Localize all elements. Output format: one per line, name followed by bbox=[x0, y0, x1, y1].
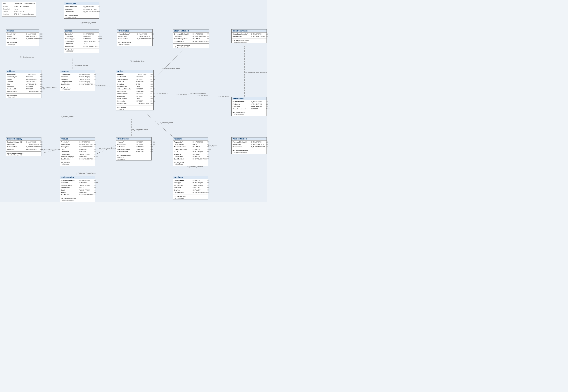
field-city: City VARCHAR(40) NN bbox=[6, 83, 41, 85]
field-row: OrderId* INTEGER FK NN bbox=[116, 141, 151, 143]
svg-line-22 bbox=[93, 145, 116, 155]
pk-section: PK_Contact - ContactId bbox=[64, 49, 99, 53]
pk-section: PK_SalesPerson - SalesPersonId bbox=[232, 112, 267, 116]
field-row: PaymentId INTEGER FK NN bbox=[116, 100, 153, 102]
field-row: DateModified D_DATEMODIFIED NN bbox=[60, 158, 95, 160]
entity-shipmentmethod-header: ShipmentMethod bbox=[173, 29, 209, 32]
entity-country: Country CountryId* D_MASTERID NN Name VA… bbox=[6, 29, 39, 46]
field-row: CountryId* D_MASTERID NN bbox=[6, 33, 39, 35]
entity-shipmentmethod: ShipmentMethod ShipmentMethodId* D_MASTE… bbox=[173, 29, 209, 48]
pk-section: PK_OrderStatus - OrderStatusId bbox=[117, 42, 152, 46]
field-row: DateDue DATE NN bbox=[116, 83, 153, 85]
entity-orderproduct-header: OrderProduct bbox=[116, 138, 151, 140]
field-row: Description D_DESCRIPTION bbox=[117, 35, 152, 38]
field-row: SalesDepartmentId* D_MASTERID NN bbox=[232, 33, 267, 35]
author-value: Polderij ICT, Holland bbox=[14, 5, 29, 8]
field-row: PaymentId* D_MASTERID NN bbox=[173, 141, 208, 143]
copyright-label: Copyright bbox=[3, 8, 13, 11]
entity-payment-header: Payment bbox=[173, 138, 208, 140]
pk-section: PK_ProductReview - ProductReviewId bbox=[60, 198, 95, 202]
field-row: SalesDiscount NUMERIC NN bbox=[116, 151, 151, 153]
field-row: TotalDue NUMERIC NN bbox=[116, 81, 153, 83]
field-row: ProductCategoryId INTEGER FK NN bbox=[60, 155, 95, 158]
entity-contacttype: ContactType ContactTypeId* D_MASTERID NN… bbox=[64, 2, 99, 19]
field-row: ShipmentMethodId* D_MASTERID NN bbox=[173, 33, 209, 35]
svg-text:FK_SalesDepartment_SalesPerson: FK_SalesDepartment_SalesPerson bbox=[245, 71, 267, 73]
field-row: ExpMonth SMALLINT NN bbox=[173, 153, 208, 155]
field-row: Description D_DESCRIPTION bbox=[64, 8, 99, 11]
entity-customer-body: CustomerId* D_MASTERID NN Firstname VARC… bbox=[60, 73, 95, 86]
field-row: ExpYear SMALLINT NN bbox=[173, 189, 208, 191]
entity-creditcard-header: CreditCard bbox=[173, 176, 208, 179]
entity-product-body: ProductId* D_MASTERID NN ProductCode D_D… bbox=[60, 140, 95, 161]
entity-address-body: AddressId* D_MASTERID NN AddressType INT… bbox=[6, 73, 41, 93]
field-row: Description D_DESCRIPTION NN bbox=[6, 143, 41, 146]
entity-creditcard: CreditCard CreditCardId* INTEGER NN Card… bbox=[173, 176, 208, 199]
entity-orders-header: Orders bbox=[116, 70, 153, 73]
field-row: ContactId* D_MASTERID NN bbox=[64, 33, 99, 35]
entity-orderstatus-body: OrderStatusId* D_MASTERID NN Description… bbox=[117, 32, 152, 41]
entity-salesperson: SalesPerson SalesPersonId* D_MASTERID NN… bbox=[231, 97, 267, 116]
entity-contact-body: ContactId* D_MASTERID NN CustomerId INTE… bbox=[64, 32, 99, 48]
title-value: Happy Fish - Example Model bbox=[14, 3, 35, 5]
field-row: DateModified D_DATEMODIFIED NN bbox=[173, 40, 209, 42]
svg-text:FK_Product_ProductReview: FK_Product_ProductReview bbox=[78, 172, 96, 174]
entity-paymentmethod-header: PaymentMethod bbox=[232, 138, 267, 140]
field-row: OrderStatusId* D_MASTERID NN bbox=[117, 33, 152, 35]
svg-line-24 bbox=[40, 149, 60, 154]
field-row: PhotoImage VARCHAR(40) NN bbox=[60, 153, 95, 155]
entity-productreview-body: ProductReviewId* D_MASTERID NN ProductId… bbox=[60, 179, 95, 196]
pk-section: PK_CreditCard - CreditCardId bbox=[173, 195, 208, 199]
field-row: DateModified D_DATEMODIFIED NN bbox=[232, 146, 267, 148]
field-row: Name VARCHAR(40) NN bbox=[6, 35, 39, 38]
field-row: ContactTypeId INTEGER FK NN bbox=[64, 38, 99, 40]
info-box: Title Happy Fish - Example Model Author … bbox=[2, 2, 36, 16]
field-row: CreditCardId* INTEGER NN bbox=[173, 179, 208, 182]
field-row: ProductCode D_DESCRIPTION NN bbox=[60, 143, 95, 146]
field-row: Column1 VARCHAR(40) NN bbox=[6, 148, 41, 151]
field-row: DateModified D_DATEMODIFIED NN bbox=[6, 38, 39, 40]
field-row: DateModified D_DATEMODIFIED NN bbox=[60, 83, 95, 85]
diagram-canvas: FK_ContactType_Contact FK_Country_Addres… bbox=[0, 0, 267, 202]
entity-shipmentmethod-body: ShipmentMethodId* D_MASTERID NN Descript… bbox=[173, 32, 209, 43]
field-row: Lastname VARCHAR(25) NN bbox=[60, 78, 95, 81]
field-row: DateModified D_DATEMODIFIED NN bbox=[173, 158, 208, 160]
svg-text:FK_OrderStatus_Order: FK_OrderStatus_Order bbox=[130, 60, 145, 62]
svg-text:FK_Payment_Orders: FK_Payment_Orders bbox=[160, 122, 173, 124]
field-row: CardNumber VARCHAR(25) NN bbox=[173, 184, 208, 186]
field-row: CustomerId INTEGER FK NN bbox=[116, 76, 153, 78]
field-row: SalesPrice NUMERIC NN bbox=[116, 146, 151, 148]
modified-value: 27-3-2007 Version: Concept bbox=[14, 13, 34, 15]
entity-orderstatus-header: OrderStatus bbox=[117, 29, 152, 32]
field-row: PaymentMethodId* D_MASTERID NN bbox=[232, 141, 267, 143]
field-row: CardType VARCHAR(50) NN bbox=[173, 182, 208, 184]
field-row: CompanyName VARCHAR(40) bbox=[60, 81, 95, 83]
field-row: DateModified D_DATEMODIFIED NN bbox=[6, 146, 41, 148]
entity-productcategory: ProductCategory ProductCategoryId* D_MAS… bbox=[6, 137, 41, 156]
entity-product-header: Product bbox=[60, 138, 95, 140]
svg-text:FK_Order_OrderProduct: FK_Order_OrderProduct bbox=[132, 129, 148, 131]
field-street: Street VARCHAR(40) NN bbox=[6, 78, 41, 81]
pk-section: PK_Country - CountryId bbox=[6, 42, 39, 46]
field-row: DateReceived DATE NN bbox=[173, 143, 208, 146]
field-row: ExpMonth SMALLINT NN bbox=[173, 186, 208, 189]
field-row: DateModified D_DATEMODIFIED NN bbox=[60, 194, 95, 196]
pk-section: PK_SalesDepartment - SalesDepartmentId bbox=[232, 39, 267, 43]
field-row: Description D_DESCRIPTION NN bbox=[173, 35, 209, 38]
field-row: OrderId* D_MASTERID NN bbox=[116, 73, 153, 76]
pk-section: PK_Payment - PaymentId bbox=[173, 162, 208, 166]
entity-orderproduct-body: OrderId* INTEGER FK NN ProductId* INTEGE… bbox=[116, 140, 151, 154]
svg-text:FK_ShipmentMethod_Orders: FK_ShipmentMethod_Orders bbox=[162, 67, 180, 69]
field-row: CustomerId INTEGER FK NN bbox=[6, 88, 41, 90]
entity-contacttype-body: ContactTypeId* D_MASTERID NN Description… bbox=[64, 5, 99, 13]
field-row: DateModified D_DATEMODIFIED NN bbox=[173, 191, 208, 194]
field-row: DateModified D_DATEMODIFIED NN bbox=[6, 90, 41, 93]
field-row: CountryId INTEGER NN bbox=[6, 85, 41, 88]
field-row: CustomerId INTEGER FK NN bbox=[64, 35, 99, 38]
entity-payment: Payment PaymentId* D_MASTERID NN DateRec… bbox=[173, 137, 208, 166]
field-row: DateCreated DATE NN bbox=[116, 98, 153, 100]
field-row: AddressType INTEGER NN bbox=[6, 76, 41, 78]
field-row: ProductId* INTEGER FK NN bbox=[116, 143, 151, 146]
svg-line-16 bbox=[146, 113, 176, 139]
dbms-value: PostgreSQL 8 bbox=[14, 10, 24, 13]
